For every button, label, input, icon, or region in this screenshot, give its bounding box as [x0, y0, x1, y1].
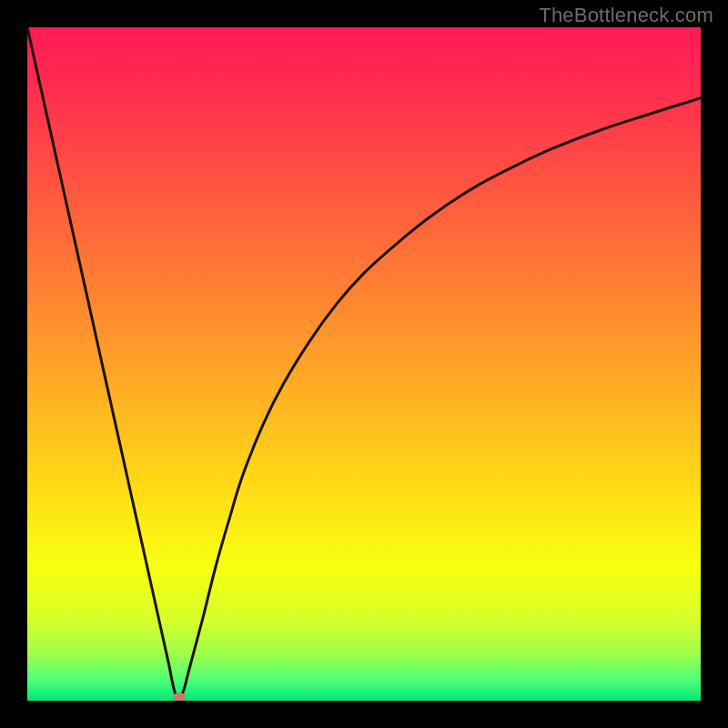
- optimal-point-marker: [173, 693, 186, 701]
- watermark-text: TheBottleneck.com: [539, 4, 713, 27]
- chart-frame: TheBottleneck.com: [0, 0, 728, 728]
- plot-area: [27, 27, 701, 701]
- bottleneck-curve: [27, 27, 701, 701]
